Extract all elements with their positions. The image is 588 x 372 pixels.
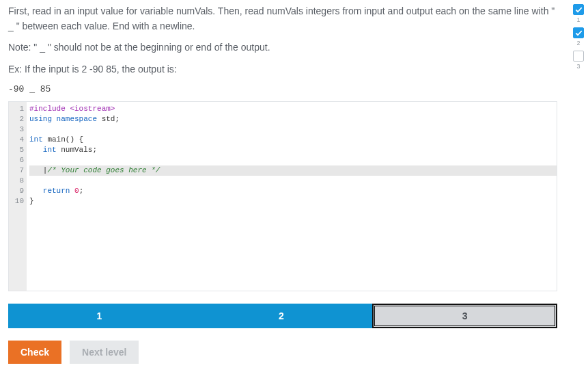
progress-step-3[interactable] [573,51,584,62]
testcase-tab-1[interactable]: 1 [8,304,191,328]
code-line[interactable]: |/* Your code goes here */ [29,165,557,176]
button-row: Check Next level [8,341,557,364]
testcase-tab-2[interactable]: 2 [191,304,373,328]
progress-step-label: 2 [576,40,580,46]
main-column: First, read in an input value for variab… [0,0,565,372]
code-line[interactable]: #include <iostream> [29,104,557,114]
line-number: 3 [13,124,24,135]
code-editor[interactable]: 12345678910 #include <iostream>using nam… [8,101,557,291]
check-button[interactable]: Check [8,341,61,364]
progress-step-label: 3 [576,63,580,70]
code-line[interactable]: using namespace std; [29,114,557,124]
code-line[interactable] [29,124,557,135]
line-number: 8 [13,176,24,186]
code-area[interactable]: #include <iostream>using namespace std; … [27,102,557,291]
problem-p1: First, read in an input value for variab… [8,4,557,34]
line-number: 4 [13,135,24,145]
problem-p2: Note: " _ " should not be at the beginni… [8,40,557,55]
line-number: 1 [13,104,24,114]
progress-step-label: 1 [576,16,580,23]
line-number: 6 [13,155,24,165]
testcase-tab-bar: 123 [8,304,557,328]
code-line[interactable]: return 0; [29,186,557,196]
line-number-gutter: 12345678910 [9,102,27,291]
line-number: 2 [13,114,24,124]
line-number: 5 [13,145,24,155]
code-line[interactable] [29,155,557,165]
code-line[interactable]: int main() { [29,135,557,145]
line-number: 7 [13,165,24,176]
example-output: -90 _ 85 [8,84,557,94]
testcase-tab-3[interactable]: 3 [372,304,557,328]
line-number: 9 [13,186,24,196]
next-level-button: Next level [70,341,139,364]
code-line[interactable] [29,176,557,186]
progress-step-2[interactable] [573,27,584,38]
code-line[interactable]: } [29,196,557,207]
code-line[interactable]: int numVals; [29,145,557,155]
progress-step-1[interactable] [573,4,584,15]
problem-p3: Ex: If the input is 2 -90 85, the output… [8,62,557,77]
line-number: 10 [13,196,24,207]
side-progress: 123 [573,4,584,72]
problem-statement: First, read in an input value for variab… [8,4,557,77]
